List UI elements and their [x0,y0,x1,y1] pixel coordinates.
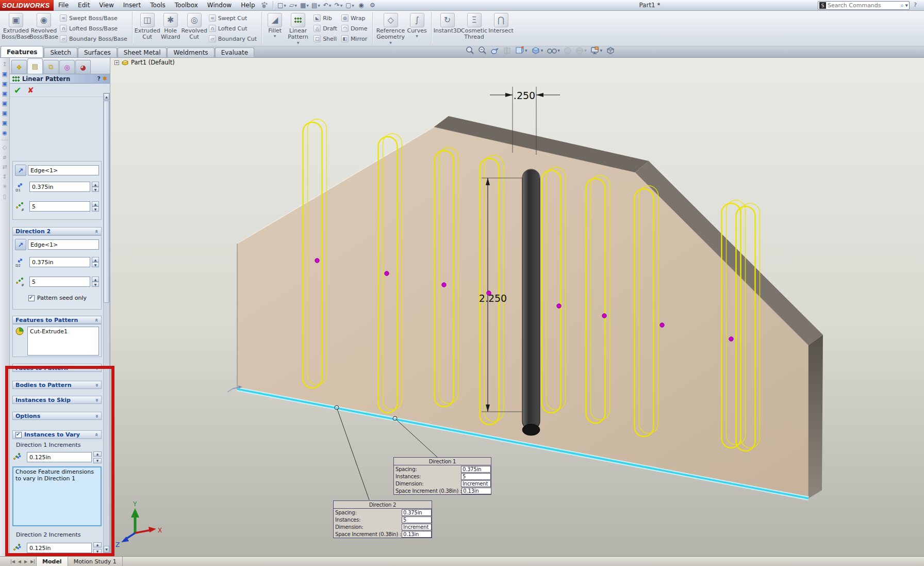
dome-button[interactable]: ◠ Dome [339,23,370,34]
pattern-instance-point[interactable] [487,291,491,295]
fillet-button[interactable]: ◢ Fillet ▼ [265,11,285,38]
search-icon[interactable]: ⌕ [900,2,903,9]
3d-drawing-view-button[interactable] [606,46,615,55]
rib-button[interactable]: ◣ Rib [311,13,339,23]
callout-value[interactable]: 0.13in [461,488,491,494]
direction1-edge-field[interactable]: Edge<1> [28,165,99,175]
pushpin-icon[interactable]: ↥ [1,60,9,69]
options-button[interactable]: ⚙ [367,1,378,10]
mirror-button[interactable]: ◧ Mirror [339,34,370,44]
new-document-button[interactable]: □▼ [276,1,288,10]
spinner[interactable]: ▲▼ [92,277,99,287]
expand-chevron-icon[interactable]: « [93,414,100,417]
redo-button[interactable]: ↷▼ [333,1,344,10]
help-icon[interactable]: ? [914,2,917,8]
boundary-cut-button[interactable]: ▱ Boundary Cut [207,34,259,44]
menu-toolbox[interactable]: Toolbox [170,0,203,11]
view-cube-icon[interactable]: ▣ [1,109,9,118]
view-settings-button[interactable]: ▼ [590,46,603,55]
resize-icon[interactable]: ↕ [1,172,9,181]
pattern-instance-point[interactable] [385,271,389,276]
first-icon[interactable]: |◀ [9,559,16,564]
undo-button[interactable]: ↶▼ [322,1,333,10]
property-manager-tab[interactable]: ▤ [27,58,43,74]
bodies-to-pattern-header[interactable]: Bodies to Pattern« [12,381,102,389]
move-icon[interactable]: ⇄ [1,163,9,171]
wrap-button[interactable]: ◍ Wrap [339,13,370,23]
lofted-boss-button[interactable]: ∩ Lofted Boss/Base [58,23,129,34]
pattern-instance-point[interactable] [729,337,733,341]
dropdown-arrow-icon[interactable]: ▼ [600,48,603,52]
previous-view-button[interactable] [490,46,500,55]
direction2-spacing-field[interactable]: 0.375in [29,257,90,267]
instances-to-skip-header[interactable]: Instances to Skip« [12,396,102,404]
extruded-cut-button[interactable]: ◫ Extruded Cut [136,11,159,41]
direction1-vary-list[interactable]: Choose Feature dimensions to vary in Dir… [12,466,102,526]
tab-weldments[interactable]: Weldments [167,47,214,57]
curves-button[interactable]: ∫ Curves ▼ [406,11,428,38]
zoom-to-area-button[interactable] [478,46,487,55]
pattern-instance-point[interactable] [557,304,561,308]
intersect-button[interactable]: ⋂ Intersect [488,11,514,35]
feature-tree-root[interactable]: + Part1 (Default) [114,59,175,66]
expand-chevron-icon[interactable]: « [93,398,100,401]
tab-features[interactable]: Features [1,46,43,57]
callout-value[interactable]: Increment [461,480,491,487]
direction2-header[interactable]: Direction 2« [12,227,102,235]
dim-2250-text[interactable]: 2.250 [479,293,507,304]
instances-to-vary-header[interactable]: Instances to Vary« [12,430,102,439]
menu-file[interactable]: File [54,0,73,11]
rebuild-button[interactable]: ◉ [356,1,367,10]
search-scope-icon[interactable]: S [819,2,826,9]
callout-value[interactable]: 5 [402,516,432,523]
reverse-direction1-button[interactable]: ↗ [15,165,26,176]
search-commands-box[interactable]: S ⌕ ▼ [818,1,910,10]
search-input[interactable] [828,2,900,9]
pattern-instance-point[interactable] [660,323,664,327]
callout-value[interactable]: 5 [461,473,491,480]
revolved-boss-button[interactable]: ◉ Revolved Boss/Base [30,11,58,41]
save-button[interactable]: ▦▼ [299,1,310,10]
pattern-instance-point[interactable] [315,258,319,263]
view-cube-icon[interactable]: ▣ [1,99,9,108]
help-question-icon[interactable]: ? [97,75,100,82]
dimxpert-manager-tab[interactable]: ◎ [59,60,75,74]
open-document-button[interactable]: ▱▼ [288,1,299,10]
callout-value[interactable]: Increment [402,524,432,530]
extruded-boss-button[interactable]: ▣ Extruded Boss/Base [2,11,30,41]
feature-manager-tab[interactable]: ❖ [11,60,27,74]
display-manager-tab[interactable]: ◕ [75,60,91,74]
boundary-boss-button[interactable]: ▱ Boundary Boss/Base [58,34,129,44]
dropdown-arrow-icon[interactable]: ▼ [584,48,587,52]
scroll-up-button[interactable]: ▲ [104,93,109,100]
menu-tools[interactable]: Tools [145,0,170,11]
dropdown-arrow-icon[interactable]: ▼ [297,41,300,44]
spinner[interactable]: ▲▼ [93,451,102,463]
draft-button[interactable]: △ Draft [311,23,339,34]
scrollbar-thumb[interactable] [104,101,109,303]
collapse-chevron-icon[interactable]: « [93,229,100,233]
menu-help[interactable]: Help [236,0,259,11]
instances-to-vary-checkbox[interactable] [15,432,22,438]
prev-icon[interactable]: ◀ [17,559,22,564]
spinner[interactable]: ▲▼ [93,542,102,554]
tab-sheet-metal[interactable]: Sheet Metal [118,47,167,57]
dim-250-text[interactable]: .250 [514,90,535,101]
callout-value[interactable]: 0.375in [461,466,491,473]
next-icon[interactable]: ▶ [23,559,28,564]
spinner[interactable]: ▲▼ [92,257,99,267]
direction2-increment-field[interactable]: 0.125in [27,543,92,553]
configuration-manager-tab[interactable]: ⧉ [43,60,59,74]
spinner[interactable]: ▲▼ [92,201,99,212]
scroll-down-button[interactable]: ▼ [104,546,109,553]
panel-scrollbar[interactable]: ▲ ▼ [103,93,110,553]
section-view-button[interactable] [503,46,512,55]
pattern-instance-point[interactable] [602,314,606,318]
spinner[interactable]: ▲▼ [92,182,99,192]
model-tab[interactable]: Model [36,557,68,566]
edit-appearance-button[interactable] [564,46,572,55]
last-icon[interactable]: ▶| [29,559,36,564]
seed-cut-slot[interactable] [522,169,540,435]
direction1-increment-field[interactable]: 0.125in [27,452,92,462]
study-nav-buttons[interactable]: |◀ ◀ ▶ ▶| [9,559,36,564]
